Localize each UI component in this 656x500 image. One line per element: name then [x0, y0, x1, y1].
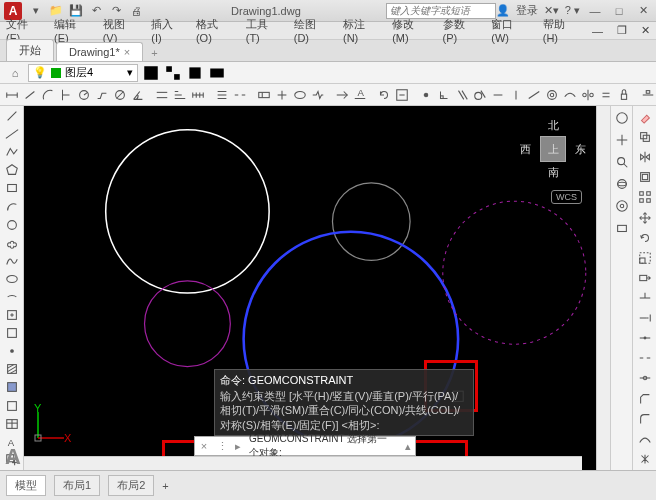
- chamfer-icon[interactable]: [635, 390, 655, 408]
- con-symmetric-icon[interactable]: [580, 85, 596, 105]
- viewcube-west[interactable]: 西: [520, 142, 531, 157]
- offset-icon[interactable]: [635, 168, 655, 186]
- spline-icon[interactable]: [2, 253, 22, 269]
- con-horizontal-icon[interactable]: [490, 85, 506, 105]
- dim-diameter-icon[interactable]: [112, 85, 128, 105]
- cmdline-close-icon[interactable]: ×: [195, 440, 213, 452]
- insert-block-icon[interactable]: [2, 307, 22, 323]
- drawing-canvas[interactable]: Y X 北 西 上 东 南 WCS 命令: GEOMCONSTRAINT 输入约…: [24, 106, 596, 470]
- inspect-icon[interactable]: [292, 85, 308, 105]
- doc-restore-icon[interactable]: ❐: [617, 24, 627, 37]
- dim-con-linear-icon[interactable]: [640, 85, 656, 105]
- point-icon[interactable]: [2, 343, 22, 359]
- layer-match-icon[interactable]: [164, 64, 182, 82]
- region-icon[interactable]: [2, 398, 22, 414]
- center-mark-icon[interactable]: [274, 85, 290, 105]
- dim-ordinate-icon[interactable]: [58, 85, 74, 105]
- menu-draw[interactable]: 绘图(D): [294, 17, 329, 44]
- minimize-icon[interactable]: —: [586, 4, 604, 18]
- dim-tedit-icon[interactable]: A: [352, 85, 368, 105]
- viewcube-east[interactable]: 东: [575, 142, 586, 157]
- doc-close-icon[interactable]: ✕: [641, 24, 650, 37]
- status-model[interactable]: 模型: [6, 475, 46, 496]
- cmdline-dropdown-icon[interactable]: ▴: [401, 440, 415, 453]
- doc-minimize-icon[interactable]: —: [592, 25, 603, 37]
- view-cube[interactable]: 北 西 上 东 南: [518, 114, 588, 184]
- con-parallel-icon[interactable]: [454, 85, 470, 105]
- ellipse-icon[interactable]: [2, 271, 22, 287]
- menu-format[interactable]: 格式(O): [196, 17, 232, 44]
- con-smooth-icon[interactable]: [562, 85, 578, 105]
- dim-aligned-icon[interactable]: [22, 85, 38, 105]
- polygon-icon[interactable]: [2, 162, 22, 178]
- maximize-icon[interactable]: □: [610, 4, 628, 18]
- stretch-icon[interactable]: [635, 269, 655, 287]
- explode-icon[interactable]: [635, 450, 655, 468]
- move-icon[interactable]: [635, 209, 655, 227]
- dim-quick-icon[interactable]: [154, 85, 170, 105]
- nav-pan-icon[interactable]: [612, 130, 632, 150]
- dim-jogged-icon[interactable]: [94, 85, 110, 105]
- command-line[interactable]: × ⋮ ▸ GEOMCONSTRAINT 选择第一个对象: ▴: [194, 436, 416, 456]
- viewcube-south[interactable]: 南: [548, 165, 559, 180]
- mirror-icon[interactable]: [635, 148, 655, 166]
- dim-edit-icon[interactable]: [334, 85, 350, 105]
- tab-add-icon[interactable]: +: [145, 45, 163, 61]
- make-block-icon[interactable]: [2, 325, 22, 341]
- viewcube-top[interactable]: 上: [540, 136, 566, 162]
- status-add-layout-icon[interactable]: +: [162, 480, 168, 492]
- revcloud-icon[interactable]: [2, 235, 22, 251]
- wcs-badge[interactable]: WCS: [551, 190, 582, 204]
- circle-icon[interactable]: [2, 217, 22, 233]
- break-point-icon[interactable]: [635, 329, 655, 347]
- table-icon[interactable]: [2, 416, 22, 432]
- dim-update-icon[interactable]: [376, 85, 392, 105]
- layer-home-icon[interactable]: ⌂: [6, 64, 24, 82]
- dim-radius-icon[interactable]: [76, 85, 92, 105]
- break-icon[interactable]: [635, 349, 655, 367]
- con-coincident-icon[interactable]: [418, 85, 434, 105]
- nav-orbit-icon[interactable]: [612, 174, 632, 194]
- tab-drawing1[interactable]: Drawing1*×: [56, 42, 143, 61]
- scale-icon[interactable]: [635, 249, 655, 267]
- dim-space-icon[interactable]: [214, 85, 230, 105]
- hatch-icon[interactable]: [2, 361, 22, 377]
- close-icon[interactable]: ✕: [634, 4, 652, 18]
- menu-dim[interactable]: 标注(N): [343, 17, 378, 44]
- cmdline-handle-icon[interactable]: ⋮: [213, 440, 231, 453]
- dim-angular-icon[interactable]: [130, 85, 146, 105]
- status-layout2[interactable]: 布局2: [108, 475, 154, 496]
- con-collinear-icon[interactable]: [526, 85, 542, 105]
- dim-break-icon[interactable]: [232, 85, 248, 105]
- array-icon[interactable]: [635, 188, 655, 206]
- dim-continue-icon[interactable]: [190, 85, 206, 105]
- menu-tools[interactable]: 工具(T): [246, 17, 280, 44]
- nav-full-icon[interactable]: [612, 108, 632, 128]
- gradient-icon[interactable]: [2, 379, 22, 395]
- tab-close-icon[interactable]: ×: [124, 46, 130, 58]
- menu-insert[interactable]: 插入(I): [151, 17, 182, 44]
- tab-start[interactable]: 开始: [6, 39, 54, 61]
- v-scrollbar[interactable]: [596, 106, 610, 470]
- dimstyle-icon[interactable]: [394, 85, 410, 105]
- menu-modify[interactable]: 修改(M): [392, 17, 428, 44]
- dim-linear-icon[interactable]: [4, 85, 20, 105]
- layer-props-icon[interactable]: [142, 64, 160, 82]
- nav-showmotion-icon[interactable]: [612, 218, 632, 238]
- join-icon[interactable]: [635, 369, 655, 387]
- fillet-icon[interactable]: [635, 410, 655, 428]
- jog-line-icon[interactable]: [310, 85, 326, 105]
- layer-prev-icon[interactable]: [186, 64, 204, 82]
- dim-arc-icon[interactable]: [40, 85, 56, 105]
- menu-edit[interactable]: 编辑(E): [54, 17, 89, 44]
- menu-help[interactable]: 帮助(H): [543, 17, 578, 44]
- exchange-icon[interactable]: ✕▾: [544, 4, 559, 17]
- nav-zoom-icon[interactable]: [612, 152, 632, 172]
- con-fix-icon[interactable]: [616, 85, 632, 105]
- extend-icon[interactable]: [635, 309, 655, 327]
- help-icon[interactable]: ? ▾: [565, 4, 580, 17]
- con-equal-icon[interactable]: [598, 85, 614, 105]
- blend-icon[interactable]: [635, 430, 655, 448]
- menu-view[interactable]: 视图(V): [103, 17, 138, 44]
- con-tangent-icon[interactable]: [472, 85, 488, 105]
